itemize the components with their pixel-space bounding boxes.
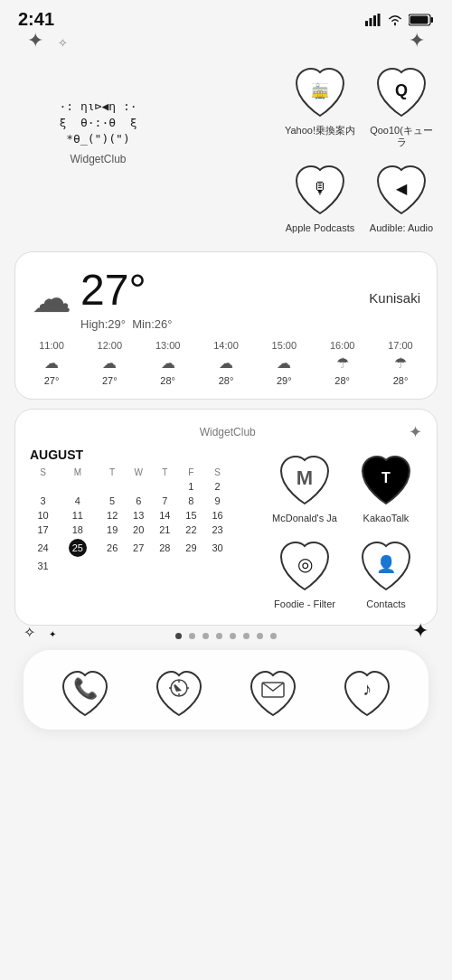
weather-minmax: High:29° Min:26° [80, 317, 172, 331]
cal-month: AUGUST [30, 448, 231, 462]
page-dot-4[interactable] [230, 633, 236, 639]
weather-location: Kunisaki [369, 290, 420, 306]
app-qoo10-label: Qoo10(キューラ [365, 125, 438, 148]
app-mcdonalds-label: McDonald's Ja [272, 513, 337, 524]
sparkle-calendar: ✦ [409, 422, 422, 442]
dock-safari[interactable] [150, 661, 208, 719]
signal-icon [365, 14, 381, 26]
weather-widget: ☁ 27° High:29° Min:26° Kunisaki 11:00 ☁ … [14, 251, 438, 400]
app-yahoo-label: Yahoo!乗換案内 [285, 125, 355, 137]
sparkles-top: ✦ ✧ ✦ [0, 29, 452, 52]
calendar-left: AUGUST S M T W T F S [30, 448, 231, 573]
svg-rect-1 [370, 18, 372, 26]
home-screen: ✦ ✧ ✦ ·: ηι⊳◀η :· ξ θ·:·θ ξ *θ_(")(") Wi… [0, 29, 452, 748]
app-kakaotalk-icon: T [355, 448, 417, 509]
app-mcdonalds[interactable]: M McDonald's Ja [268, 448, 341, 524]
svg-rect-0 [365, 21, 368, 26]
weather-top: ☁ 27° High:29° Min:26° Kunisaki [32, 265, 420, 331]
widgetclub-art: ·: ηι⊳◀η :· ξ θ·:·θ ξ *θ_(")(") [59, 99, 137, 148]
status-icons [365, 14, 434, 26]
widget-row1: ·: ηι⊳◀η :· ξ θ·:·θ ξ *θ_(")(") WidgetCl… [0, 52, 452, 242]
weather-hour-3: 14:00 ☁ 28° [206, 340, 246, 386]
app-yahoo[interactable]: 🚋 Yahoo!乗換案内 [284, 60, 356, 148]
page-dot-7[interactable] [270, 633, 277, 639]
app-yahoo-icon: 🚋 [289, 60, 351, 121]
widgetclub-label: WidgetClub [70, 153, 126, 165]
cal-app-row2: ◎ Foodie - Filter 👤 Contacts [240, 533, 422, 610]
sparkle-tl: ✦ [27, 29, 43, 52]
page-dot-0[interactable] [175, 633, 182, 639]
app-podcasts-icon: 🎙 [289, 157, 351, 219]
dock: 📞 [24, 650, 428, 730]
sparkle-page-right: ✦ [412, 619, 428, 643]
app-contacts[interactable]: 👤 Contacts [350, 533, 422, 610]
dock-phone[interactable]: 📞 [56, 661, 114, 719]
cal-grid: S M T W T F S 1 [30, 466, 231, 573]
page-dots: ✧ ✦ ✦ [14, 633, 438, 639]
app-audible-label: Audible: Audio [370, 222, 433, 234]
cal-app-row1: M McDonald's Ja T KakaoTalk [240, 448, 422, 524]
app-mcdonalds-icon: M [274, 448, 335, 509]
svg-rect-6 [410, 15, 428, 24]
app-audible[interactable]: ◀ Audible: Audio [365, 157, 438, 234]
app-foodie-label: Foodie - Filter [274, 598, 335, 610]
svg-rect-3 [378, 14, 381, 26]
app-audible-icon: ◀ [371, 157, 432, 219]
dock-music[interactable]: ♪ [338, 661, 396, 719]
page-dot-6[interactable] [257, 633, 263, 639]
bottom-section: ✧ ✦ ✦ 📞 [0, 633, 452, 730]
app-podcasts-label: Apple Podcasts [286, 222, 354, 234]
apps-row2: 🎙 Apple Podcasts ◀ Audible: Audio [191, 157, 438, 234]
weather-hour-4: 15:00 ☁ 29° [264, 340, 304, 386]
weather-hour-0: 11:00 ☁ 27° [32, 340, 71, 386]
page-dot-1[interactable] [189, 633, 195, 639]
calendar-section: WidgetClub ✦ AUGUST S M T W T [14, 409, 438, 626]
app-foodie-icon: ◎ [274, 533, 335, 595]
cal-today: 25 [69, 539, 87, 557]
app-podcasts[interactable]: 🎙 Apple Podcasts [284, 157, 356, 234]
svg-rect-5 [431, 17, 434, 23]
apps-row1: 🚋 Yahoo!乗換案内 Q Qoo10(キューラ [191, 60, 438, 148]
app-contacts-icon: 👤 [355, 533, 417, 595]
battery-icon [409, 14, 434, 26]
app-qoo10-icon: Q [371, 60, 432, 121]
weather-hour-1: 12:00 ☁ 27° [89, 340, 129, 386]
cloud-icon: ☁ [32, 275, 71, 321]
status-time: 2:41 [18, 9, 54, 30]
app-contacts-label: Contacts [366, 598, 405, 610]
weather-temp: 27° [80, 265, 172, 315]
sparkle-page-left: ✧ [24, 624, 35, 641]
app-qoo10[interactable]: Q Qoo10(キューラ [365, 60, 438, 148]
weather-hour-5: 16:00 ☂ 28° [323, 340, 363, 386]
sparkle-tr: ✦ [409, 29, 425, 52]
weather-hour-2: 13:00 ☁ 28° [148, 340, 188, 386]
app-kakaotalk[interactable]: T KakaoTalk [350, 448, 422, 524]
weather-left: ☁ 27° High:29° Min:26° [32, 265, 172, 331]
widgetclub-art-widget[interactable]: ·: ηι⊳◀η :· ξ θ·:·θ ξ *θ_(")(") WidgetCl… [14, 60, 182, 204]
sparkle-page-left2: ✦ [49, 629, 56, 639]
calendar-widget-title: WidgetClub [46, 426, 409, 438]
svg-text:📞: 📞 [73, 676, 99, 701]
page-dot-5[interactable] [243, 633, 250, 639]
svg-text:♪: ♪ [363, 679, 372, 699]
calendar-widget-header: WidgetClub ✦ [30, 422, 422, 442]
app-kakaotalk-label: KakaoTalk [363, 513, 410, 524]
page-dot-2[interactable] [202, 633, 209, 639]
apps-grid-right: 🚋 Yahoo!乗換案内 Q Qoo10(キューラ [191, 60, 438, 235]
app-foodie[interactable]: ◎ Foodie - Filter [268, 533, 341, 610]
weather-hourly: 11:00 ☁ 27° 12:00 ☁ 27° 13:00 ☁ 28° 14:0… [32, 340, 420, 386]
weather-temp-wrap: 27° High:29° Min:26° [80, 265, 172, 331]
sparkle-tl2: ✧ [58, 36, 68, 50]
calendar-apps: M McDonald's Ja T KakaoTalk [240, 448, 422, 610]
page-dot-3[interactable] [216, 633, 222, 639]
calendar-content: AUGUST S M T W T F S [30, 448, 422, 610]
weather-hour-6: 17:00 ☂ 28° [381, 340, 420, 386]
svg-rect-2 [373, 15, 376, 26]
wifi-icon [387, 14, 403, 26]
dock-mail[interactable] [244, 661, 302, 719]
